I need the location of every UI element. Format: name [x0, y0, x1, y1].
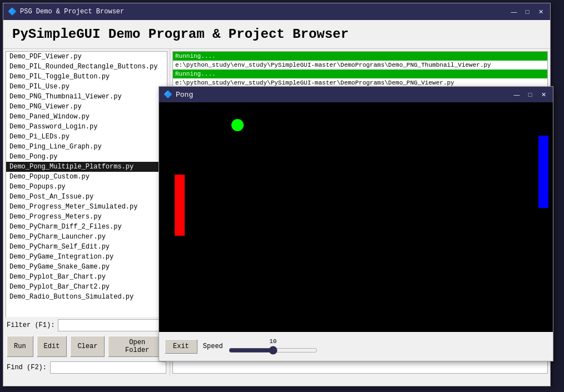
list-item[interactable]: Demo_Password_Login.py [6, 122, 167, 132]
open-folder-button[interactable]: Open Folder [108, 336, 166, 357]
pong-minimize-button[interactable]: — [512, 90, 522, 100]
app-icon: 🔷 [8, 7, 17, 16]
pong-titlebar: 🔷 Pong — □ ✕ [159, 87, 553, 102]
pong-close-button[interactable]: ✕ [538, 90, 548, 100]
pong-ball [231, 119, 244, 131]
list-item[interactable]: Demo_PIL_Rounded_Rectangle_Buttons.py [6, 62, 167, 72]
pong-titlebar-title: Pong [176, 91, 508, 99]
file-list-container: Demo_PDF_Viewer.pyDemo_PIL_Rounded_Recta… [3, 49, 170, 317]
filter-input[interactable] [58, 319, 166, 331]
list-item[interactable]: Demo_Popup_Custom.py [6, 172, 167, 182]
close-button[interactable]: ✕ [536, 7, 546, 17]
list-item[interactable]: Demo_PIL_Toggle_Button.py [6, 72, 167, 82]
pong-controls: Exit Speed 10 [159, 332, 553, 361]
list-item[interactable]: Demo_PIL_Use.py [6, 82, 167, 92]
speed-slider-container: 10 [229, 338, 318, 355]
maximize-button[interactable]: □ [522, 7, 532, 17]
list-item[interactable]: Demo_PyCharm_Diff_2_Files.py [6, 222, 167, 232]
list-item[interactable]: Demo_Pong_Multiple_Platforms.py [6, 162, 167, 172]
output-line: Running.... [173, 52, 547, 61]
list-item[interactable]: Demo_PNG_Viewer.py [6, 102, 167, 112]
pong-window: 🔷 Pong — □ ✕ Exit Speed 10 [159, 86, 553, 361]
list-item[interactable]: Demo_PyCharm_Self_Edit.py [6, 242, 167, 252]
edit-button[interactable]: Edit [37, 336, 67, 357]
clear-button[interactable]: Clear [70, 336, 105, 357]
minimize-button[interactable]: — [509, 7, 519, 17]
list-item[interactable]: Demo_Progress_Meters.py [6, 212, 167, 222]
main-titlebar-title: PSG Demo & Project Browser [20, 8, 506, 16]
list-item[interactable]: Demo_PyCharm_Launcher.py [6, 232, 167, 242]
find-label: Find (F2): [7, 364, 47, 371]
speed-label: Speed [203, 343, 223, 350]
list-item[interactable]: Demo_PyGame_Integration.py [6, 252, 167, 262]
list-item[interactable]: Demo_Paned_Window.py [6, 112, 167, 122]
main-titlebar: 🔷 PSG Demo & Project Browser — □ ✕ [3, 3, 550, 20]
find-row: Find (F2): [3, 359, 170, 376]
find-input[interactable] [50, 361, 166, 374]
list-item[interactable]: Demo_Radio_Buttons_Simulated.py [6, 292, 167, 302]
pong-paddle-left [175, 175, 185, 236]
list-item[interactable]: Demo_PNG_Thumbnail_Viewer.py [6, 92, 167, 102]
button-row: Run Edit Clear Open Folder [3, 334, 170, 359]
list-item[interactable]: Demo_Ping_Line_Graph.py [6, 142, 167, 152]
output-line: e:\python_study\env_study\PySimpleGUI-ma… [173, 61, 547, 70]
left-panel: Demo_PDF_Viewer.pyDemo_PIL_Rounded_Recta… [3, 49, 170, 376]
list-item[interactable]: Demo_PyGame_Snake_Game.py [6, 262, 167, 272]
speed-slider[interactable] [229, 346, 318, 355]
app-header: PySimpleGUI Demo Program & Project Brows… [3, 20, 550, 49]
pong-paddle-right [538, 136, 548, 208]
filter-row: Filter (F1): [3, 317, 170, 334]
list-item[interactable]: Demo_Progress_Meter_Simulated.py [6, 202, 167, 212]
run-button[interactable]: Run [7, 336, 33, 357]
file-list[interactable]: Demo_PDF_Viewer.pyDemo_PIL_Rounded_Recta… [6, 51, 167, 317]
list-item[interactable]: Demo_Pyplot_Bar_Chart.py [6, 272, 167, 282]
list-item[interactable]: Demo_Popups.py [6, 182, 167, 192]
speed-value: 10 [269, 338, 276, 345]
list-item[interactable]: Demo_PDF_Viewer.py [6, 52, 167, 62]
list-item[interactable]: Demo_Pi_LEDs.py [6, 132, 167, 142]
output-line: Running.... [173, 70, 547, 78]
pong-canvas [159, 102, 553, 332]
list-item[interactable]: Demo_Pong.py [6, 152, 167, 162]
pong-maximize-button[interactable]: □ [525, 90, 535, 100]
pong-icon: 🔷 [164, 90, 172, 99]
list-item[interactable]: Demo_Post_An_Issue.py [6, 192, 167, 202]
list-item[interactable]: Demo_Pyplot_Bar_Chart2.py [6, 282, 167, 292]
filter-label: Filter (F1): [7, 321, 55, 329]
pong-exit-button[interactable]: Exit [165, 339, 197, 354]
